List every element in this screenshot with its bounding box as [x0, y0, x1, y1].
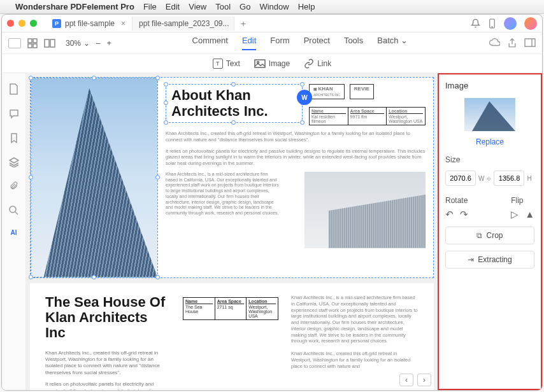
bookmark-icon[interactable] — [10, 133, 18, 143]
page2-title: The Sea House Of Klan Architects Inc — [45, 295, 170, 341]
small-text-3: Khan Architects Inc., created this off-g… — [291, 351, 419, 369]
page-2: The Sea House Of Klan Architects Inc Kha… — [30, 283, 434, 390]
menu-help[interactable]: Help — [298, 2, 315, 11]
tab-edit[interactable]: Edit — [242, 36, 256, 50]
app-name[interactable]: Wondershare PDFelement Pro — [15, 2, 134, 11]
tab-label: ppt file-sample — [65, 19, 115, 28]
macos-menubar: Wondershare PDFelement Pro File Edit Vie… — [0, 0, 544, 14]
small-text-1: Khan Architects Inc., is a mid-sized arc… — [166, 172, 280, 216]
edit-text-button[interactable]: TText — [213, 59, 240, 69]
menu-view[interactable]: View — [189, 2, 206, 11]
resize-handle-w[interactable] — [29, 175, 33, 179]
tab-form[interactable]: Form — [270, 36, 289, 50]
menu-edit[interactable]: Edit — [166, 2, 180, 11]
cloud-icon[interactable] — [489, 38, 500, 48]
edit-link-button[interactable]: Link — [304, 59, 331, 69]
panel-toggle-icon[interactable] — [524, 38, 536, 48]
resize-handle-n[interactable] — [92, 76, 96, 80]
file-icon: P — [52, 19, 61, 28]
phone-icon[interactable] — [488, 18, 496, 29]
add-tab-button[interactable]: + — [234, 16, 252, 31]
bell-icon[interactable] — [471, 18, 480, 28]
svg-rect-2 — [28, 39, 32, 43]
ai-button[interactable]: AI — [11, 229, 17, 236]
crop-button[interactable]: ⧉Crop — [445, 227, 534, 244]
flip-vertical-icon[interactable]: ▲ — [525, 209, 534, 220]
edit-image-button[interactable]: Image — [254, 59, 290, 68]
text-icon: T — [213, 59, 223, 69]
tab-tools[interactable]: Tools — [344, 36, 363, 50]
menu-file[interactable]: File — [143, 2, 157, 11]
resize-handle-s[interactable] — [92, 275, 96, 279]
resize-handle-se[interactable] — [155, 275, 160, 279]
image-thumbnail — [464, 98, 515, 131]
zoom-out-button[interactable]: – — [96, 39, 101, 48]
height-input[interactable] — [494, 171, 524, 186]
rotate-ccw-icon[interactable]: ↶ — [445, 209, 454, 220]
page-nav: ‹ › — [399, 374, 431, 386]
page-icon[interactable] — [9, 83, 18, 95]
thumbnails-icon[interactable] — [27, 38, 38, 48]
zoom-in-button[interactable]: + — [107, 39, 111, 48]
svg-point-12 — [10, 206, 16, 213]
search-icon[interactable] — [9, 206, 18, 215]
replace-image-button[interactable]: Replace — [445, 137, 534, 146]
prev-page-button[interactable]: ‹ — [399, 374, 413, 386]
document-canvas[interactable]: About KhanArchitects Inc. W — [26, 73, 438, 390]
comment-icon[interactable] — [9, 109, 19, 119]
close-window-button[interactable] — [7, 20, 14, 27]
resize-handle-w[interactable] — [164, 101, 168, 105]
image-icon — [254, 59, 266, 68]
svg-rect-7 — [50, 39, 55, 47]
resize-handle-se[interactable] — [300, 120, 304, 125]
zoom-control: 30% ⌄ – + — [66, 39, 111, 48]
word-badge-icon[interactable]: W — [297, 90, 312, 105]
extract-button[interactable]: ⇥Extracting — [445, 251, 534, 269]
resize-handle-s[interactable] — [231, 120, 236, 125]
selected-image[interactable] — [31, 78, 158, 277]
sidebar-toggle-icon[interactable] — [8, 38, 21, 48]
titlebar-right — [471, 17, 537, 30]
resize-handle-ne[interactable] — [300, 82, 304, 87]
resize-handle-nw[interactable] — [29, 76, 33, 80]
tab-batch[interactable]: Batch ⌄ — [377, 36, 408, 50]
menu-go[interactable]: Go — [240, 2, 250, 11]
link-icon — [304, 59, 314, 69]
resize-handle-e[interactable] — [155, 175, 160, 179]
rotate-cw-icon[interactable]: ↷ — [460, 209, 468, 220]
avatar-1[interactable] — [504, 17, 517, 30]
resize-handle-sw[interactable] — [164, 120, 168, 125]
minimize-window-button[interactable] — [18, 20, 25, 27]
image-properties-panel: Image Replace Size W ⟐ H Rotate ↶ ↷ — [438, 73, 542, 390]
titlebar: P ppt file-sample × ppt file-sample_2023… — [2, 15, 542, 32]
size-inputs: W ⟐ H — [445, 171, 534, 186]
layers-icon[interactable] — [9, 157, 19, 167]
tab-file-2[interactable]: ppt file-sample_2023_09... × — [132, 17, 234, 31]
link-ratio-icon[interactable]: ⟐ — [487, 174, 491, 183]
paragraph-1: Khan Architects Inc., created this off-g… — [166, 130, 426, 143]
tab-comment[interactable]: Comment — [192, 36, 228, 50]
layout-icon[interactable] — [44, 39, 55, 48]
resize-handle-n[interactable] — [231, 82, 236, 87]
share-icon[interactable] — [508, 38, 517, 48]
attachment-icon[interactable] — [10, 181, 18, 192]
next-page-button[interactable]: › — [417, 374, 431, 386]
resize-handle-ne[interactable] — [155, 76, 160, 80]
maximize-window-button[interactable] — [30, 20, 37, 27]
resize-handle-sw[interactable] — [29, 275, 33, 279]
tab-file-1[interactable]: P ppt file-sample × — [46, 17, 132, 31]
zoom-value[interactable]: 30% — [66, 39, 81, 48]
document-tabs: P ppt file-sample × ppt file-sample_2023… — [46, 16, 471, 31]
width-input[interactable] — [445, 171, 476, 186]
title-text-box[interactable]: About KhanArchitects Inc. W — [166, 84, 303, 123]
chevron-down-icon[interactable]: ⌄ — [83, 39, 90, 48]
tab-protect[interactable]: Protect — [304, 36, 330, 50]
close-tab-icon[interactable]: × — [121, 19, 125, 28]
khan-logo: ▣ KHANARCHITECTS INC — [309, 84, 345, 99]
height-unit: H — [527, 175, 531, 182]
menu-tool[interactable]: Tool — [215, 2, 231, 11]
menu-window[interactable]: Window — [259, 2, 289, 11]
avatar-2[interactable] — [524, 17, 537, 30]
flip-horizontal-icon[interactable]: ▷ — [511, 209, 519, 220]
resize-handle-nw[interactable] — [164, 82, 168, 87]
